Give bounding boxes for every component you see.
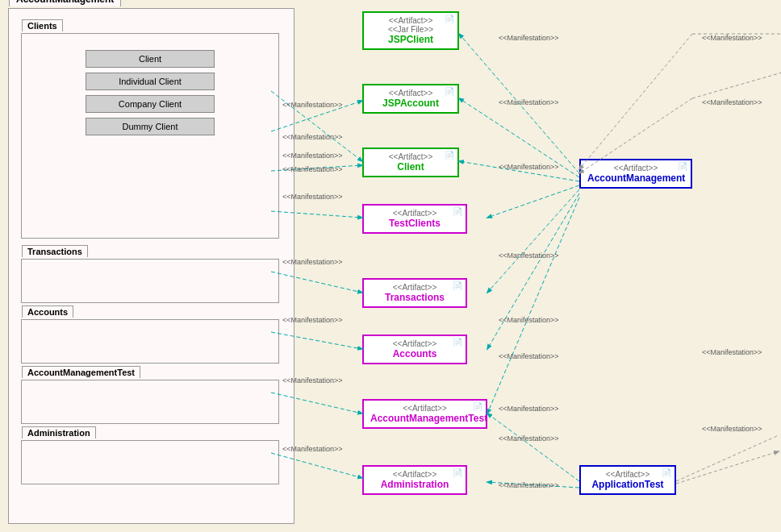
svg-text:<<Manifestation>>: <<Manifestation>> (702, 34, 762, 42)
svg-text:<<Manifestation>>: <<Manifestation>> (499, 434, 559, 443)
svg-text:<<Manifestation>>: <<Manifestation>> (702, 425, 762, 433)
artifact-icon-accounts: 📄 (453, 338, 462, 347)
svg-line-19 (487, 414, 579, 481)
artifact-icon-acct-mgmt-test: 📄 (473, 402, 482, 411)
svg-line-11 (487, 185, 579, 218)
svg-line-21 (676, 435, 779, 481)
svg-text:<<Manifestation>>: <<Manifestation>> (499, 98, 559, 106)
svg-text:<<Manifestation>>: <<Manifestation>> (499, 352, 559, 360)
svg-line-22 (676, 451, 779, 484)
subpackage-administration-tab: Administration (22, 426, 96, 438)
artifact-icon-account-management: 📄 (678, 162, 687, 171)
artifact-test-clients: <<Artifact>> TestClients 📄 (362, 204, 467, 234)
svg-text:<<Manifestation>>: <<Manifestation>> (499, 316, 559, 324)
subpackage-clients-tab: Clients (22, 19, 63, 31)
subpackage-accounts: Accounts (21, 319, 279, 364)
svg-text:<<Manifestation>>: <<Manifestation>> (499, 34, 559, 42)
artifact-administration: <<Artifact>> Administration 📄 (362, 465, 467, 495)
svg-line-10 (459, 161, 579, 181)
svg-line-9 (459, 98, 579, 177)
svg-text:<<Manifestation>>: <<Manifestation>> (702, 348, 762, 356)
svg-line-14 (487, 197, 579, 414)
package-tab: AccountManagement (9, 0, 121, 6)
artifact-icon-jsp-account: 📄 (445, 87, 454, 96)
svg-line-12 (487, 189, 579, 293)
artifact-accounts: <<Artifact>> Accounts 📄 (362, 335, 467, 364)
artifact-icon-client: 📄 (445, 151, 454, 160)
dummy-client-item: Dummy Client (86, 118, 215, 135)
package-account-management: AccountManagement Clients Client Individ… (8, 8, 294, 524)
individual-client-item: Individual Client (86, 73, 215, 90)
svg-line-8 (459, 34, 579, 173)
company-client-item: Company Client (86, 95, 215, 113)
svg-text:<<Manifestation>>: <<Manifestation>> (499, 163, 559, 171)
subpackage-acct-mgmt-test: AccountManagementTest (21, 380, 279, 424)
artifact-icon-administration: 📄 (453, 468, 462, 477)
diagram-container: AccountManagement Clients Client Individ… (0, 0, 781, 532)
subpackage-transactions: Transactions (21, 259, 279, 303)
svg-line-13 (487, 193, 579, 349)
artifact-icon-transactions: 📄 (453, 281, 462, 290)
artifact-app-test: <<Artifact>> ApplicationTest 📄 (579, 465, 676, 495)
artifact-icon-app-test: 📄 (662, 468, 671, 477)
svg-line-20 (487, 482, 579, 488)
artifact-acct-mgmt-test: <<Artifact>> AccountManagementTest 📄 (362, 399, 487, 429)
artifact-account-management: <<Artifact>> AccountManagement 📄 (579, 159, 692, 189)
subpackage-acct-mgmt-test-tab: AccountManagementTest (22, 366, 140, 378)
artifact-icon-test-clients: 📄 (453, 207, 462, 216)
svg-line-16 (579, 34, 692, 169)
svg-text:<<Manifestation>>: <<Manifestation>> (499, 405, 559, 413)
subpackage-transactions-tab: Transactions (22, 245, 88, 257)
svg-text:<<Manifestation>>: <<Manifestation>> (499, 251, 559, 260)
svg-text:<<Manifestation>>: <<Manifestation>> (499, 481, 559, 489)
artifact-transactions: <<Artifact>> Transactions 📄 (362, 278, 467, 308)
artifact-jsp-account: <<Artifact>> JSPAccount 📄 (362, 84, 459, 114)
artifact-icon-jsp-client: 📄 (445, 15, 454, 23)
subpackage-administration: Administration (21, 440, 279, 484)
artifact-client: <<Artifact>> Client 📄 (362, 148, 459, 177)
client-item: Client (86, 50, 215, 68)
artifact-jsp-client: <<Artifact>> <<Jar File>> JSPClient 📄 (362, 11, 459, 50)
svg-text:<<Manifestation>>: <<Manifestation>> (702, 98, 762, 106)
svg-line-17 (692, 73, 781, 98)
subpackage-clients: Clients Client Individual Client Company… (21, 33, 279, 239)
subpackage-accounts-tab: Accounts (22, 305, 73, 318)
